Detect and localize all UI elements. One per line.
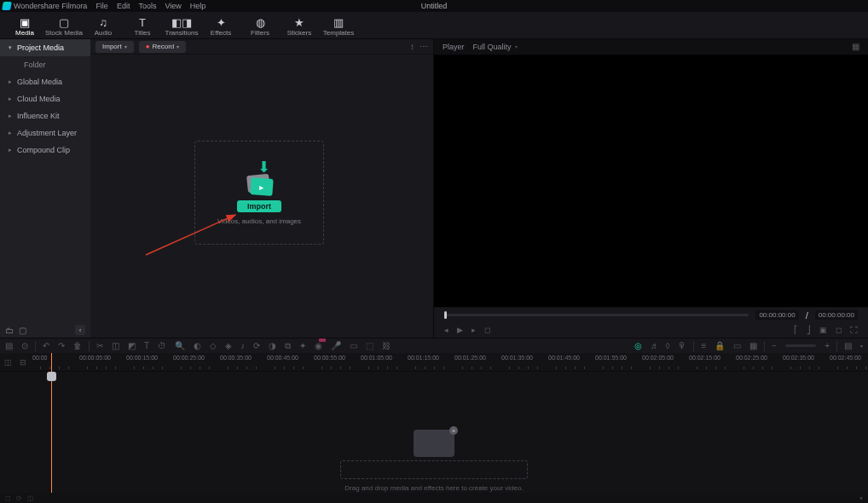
mode-stickers[interactable]: ★Stickers [280,15,319,38]
mode-audio[interactable]: ♫Audio [84,15,123,38]
preview-settings-icon[interactable]: ▦ [852,42,859,51]
motion-icon[interactable]: ⬚ [366,341,373,350]
tracks-icon[interactable]: ≡ [701,341,706,350]
scrubber[interactable] [444,314,749,316]
layout-icon[interactable]: ▤ [5,341,13,350]
next-frame-icon[interactable]: ▸ [472,326,476,334]
timeline: ◫ ⊟ 00:0000:00:05:0000:00:15:0000:00:25:… [0,353,868,503]
playhead[interactable] [51,353,52,503]
fullscreen-icon[interactable]: ⛶ [850,326,858,334]
chevron-right-icon: ▸ [9,78,14,85]
speed-icon[interactable]: ⏱ [158,341,166,350]
timeline-tracks[interactable]: Drag and drop media and effects here to … [0,372,868,503]
undo-icon[interactable]: ↶ [43,341,49,350]
mode-media[interactable]: ▣Media [5,15,44,38]
mode-effects[interactable]: ✦Effects [201,15,240,38]
lock-icon[interactable]: 🔒 [715,341,725,350]
marker-icon[interactable]: ◈ [225,341,232,350]
new-bin-icon[interactable]: ▢ [19,326,26,335]
prev-frame-icon[interactable]: ◂ [444,326,448,334]
menu-edit[interactable]: Edit [117,2,130,10]
sidebar-item-influence-kit[interactable]: ▸Influence Kit [0,107,90,124]
mode-filters[interactable]: ◍Filters [240,15,280,38]
status-icon-3[interactable]: ◫ [27,494,34,502]
timeline-opt1-icon[interactable]: ◫ [4,358,12,367]
import-drop-zone[interactable]: ▸ ⬇ Import Videos, audios, and images [194,141,324,245]
crop-icon[interactable]: ◩ [128,341,136,350]
color-icon[interactable]: ◐ [194,341,201,350]
snapshot-icon[interactable]: ▣ [819,326,827,334]
status-icon-2[interactable]: ⟳ [16,494,22,502]
zoom-in-icon[interactable]: + [825,341,830,350]
aspect-icon[interactable]: ◻ [836,326,842,334]
mode-titles[interactable]: TTitles [123,15,162,38]
chevron-right-icon: ▸ [9,147,14,153]
sidebar-item-global-media[interactable]: ▸Global Media [0,73,90,90]
mode-stock-media[interactable]: ▢Stock Media [44,15,84,38]
menu-file[interactable]: File [95,2,108,10]
sidebar-item-adjustment-layer[interactable]: ▸Adjustment Layer [0,124,90,142]
view-mode-icon[interactable]: ▤ [844,341,852,350]
record-dropdown-button[interactable]: ●Record▾ [139,41,187,53]
menu-tools[interactable]: Tools [138,2,156,10]
mixer-icon[interactable]: ♬ [651,341,657,350]
mark-in-icon[interactable]: ⎡ [794,326,798,334]
ai-assist-icon[interactable]: ◎ [634,341,642,350]
zoom-slider[interactable] [785,344,816,347]
zoom-tool-icon[interactable]: 🔍 [175,341,185,350]
mark-out-icon[interactable]: ⎦ [807,326,811,334]
quality-dropdown[interactable]: Full Quality [473,43,512,51]
mask-icon[interactable]: ◑ [269,341,276,350]
new-folder-icon[interactable]: 🗀 [5,326,14,335]
delete-icon[interactable]: 🗑 [73,341,82,350]
sidebar-item-cloud-media[interactable]: ▸Cloud Media [0,90,90,107]
audio-detach-icon[interactable]: ♪ [240,341,245,350]
ruler-tick: 00:01:05:00 [361,355,392,361]
voice-icon[interactable]: 🎤 [331,341,341,350]
rotate-icon[interactable]: ⟳ [253,341,260,350]
split-icon[interactable]: ✂ [96,341,103,350]
chevron-down-icon[interactable]: ▾ [860,343,863,349]
subtitle-icon[interactable]: ▭ [350,341,357,350]
mode-label: Audio [95,29,112,37]
status-icon-1[interactable]: ◻ [5,494,11,502]
stop-icon[interactable]: ◻ [484,326,490,334]
menu-help[interactable]: Help [190,2,206,10]
grid-icon[interactable]: ▦ [749,341,757,350]
import-button[interactable]: Import [237,200,281,212]
status-down-icon[interactable]: ▾ [859,494,863,502]
redo-icon[interactable]: ↷ [58,341,65,350]
group-icon[interactable]: ⧉ [285,341,291,351]
timeline-opt2-icon[interactable]: ⊟ [20,358,26,367]
play-icon[interactable]: ▶ [457,326,463,334]
collapse-sidebar-icon[interactable]: ‹ [75,325,85,335]
text-icon[interactable]: T [144,341,149,350]
tag-icon[interactable]: ◊ [666,341,670,350]
sidebar-item-project-media[interactable]: ▾Project Media [0,39,90,56]
import-dropdown-button[interactable]: Import▾ [95,41,134,53]
sort-icon[interactable]: ↕ [410,42,414,51]
ai-icon[interactable]: ◉ [315,341,322,350]
preview-toolbar: Player Full Quality▾ ▦ [434,39,868,55]
wand-icon[interactable]: ✦ [299,341,306,350]
mic-icon[interactable]: 🎙 [678,341,686,350]
trim-icon[interactable]: ◫ [112,341,119,350]
link-icon[interactable]: ⛓ [382,341,391,350]
zoom-out-icon[interactable]: − [772,341,777,350]
ruler-tick: 00:01:15:00 [408,355,439,361]
snap-icon[interactable]: ▭ [733,341,741,350]
media-body[interactable]: ▸ ⬇ Import Videos, audios, and images [90,55,433,338]
mode-templates[interactable]: ▥Templates [319,15,358,38]
sidebar-item-compound-clip[interactable]: ▸Compound Clip [0,142,90,159]
keyframe-icon[interactable]: ◇ [210,341,217,350]
timeline-placeholder[interactable]: Drag and drop media and effects here to … [340,430,528,492]
mode-transitions[interactable]: ◧◨Transitions [162,15,201,38]
sidebar-folder[interactable]: Folder [0,56,90,73]
magnet-icon[interactable]: ⊙ [21,341,28,350]
ruler-tick: 00:01:25:00 [454,355,486,361]
timeline-ruler[interactable]: 00:0000:00:05:0000:00:15:0000:00:25:0000… [31,353,868,371]
menu-view[interactable]: View [165,2,181,10]
preview-viewport[interactable] [434,55,868,307]
filter-icon[interactable]: ⋯ [420,42,428,51]
audio-icon: ♫ [84,15,123,29]
